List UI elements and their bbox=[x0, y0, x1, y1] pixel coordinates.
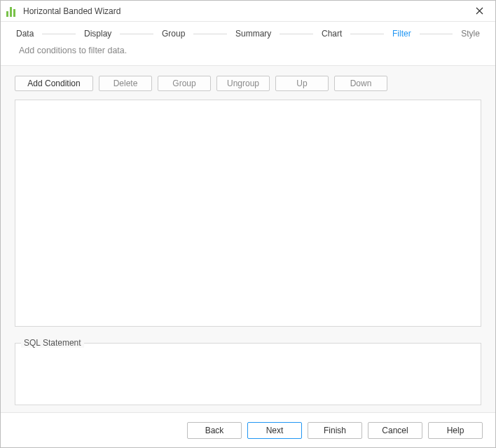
close-icon bbox=[476, 7, 483, 15]
step-chart[interactable]: Chart bbox=[320, 29, 343, 39]
wizard-window: Horizontal Banded Wizard Data Display Gr… bbox=[0, 0, 496, 448]
step-data[interactable]: Data bbox=[15, 29, 35, 39]
delete-button[interactable]: Delete bbox=[99, 76, 152, 91]
back-button[interactable]: Back bbox=[187, 422, 242, 439]
finish-button[interactable]: Finish bbox=[308, 422, 362, 439]
step-style[interactable]: Style bbox=[460, 29, 481, 39]
title-bar: Horizontal Banded Wizard bbox=[1, 1, 495, 22]
step-instruction: Add conditions to filter data. bbox=[1, 44, 495, 66]
step-separator bbox=[420, 34, 453, 34]
cancel-button[interactable]: Cancel bbox=[368, 422, 422, 439]
window-title: Horizontal Banded Wizard bbox=[23, 6, 120, 16]
step-separator bbox=[42, 34, 76, 34]
step-summary[interactable]: Summary bbox=[234, 29, 273, 39]
help-button[interactable]: Help bbox=[428, 422, 483, 439]
group-button[interactable]: Group bbox=[158, 76, 211, 91]
wizard-body: Add Condition Delete Group Ungroup Up Do… bbox=[1, 66, 495, 412]
step-separator bbox=[280, 34, 313, 34]
step-bar: Data Display Group Summary Chart Filter … bbox=[1, 22, 495, 44]
close-button[interactable] bbox=[467, 2, 491, 20]
conditions-panel[interactable] bbox=[15, 100, 481, 327]
step-display[interactable]: Display bbox=[83, 29, 113, 39]
step-filter[interactable]: Filter bbox=[391, 29, 413, 39]
next-button[interactable]: Next bbox=[247, 422, 302, 439]
sql-statement-group: SQL Statement bbox=[15, 338, 481, 405]
up-button[interactable]: Up bbox=[275, 76, 329, 91]
sql-statement-legend: SQL Statement bbox=[21, 338, 84, 348]
app-icon bbox=[6, 6, 18, 17]
wizard-footer: Back Next Finish Cancel Help bbox=[1, 412, 495, 447]
add-condition-button[interactable]: Add Condition bbox=[15, 76, 93, 91]
step-separator bbox=[193, 34, 227, 34]
down-button[interactable]: Down bbox=[334, 76, 387, 91]
ungroup-button[interactable]: Ungroup bbox=[216, 76, 270, 91]
filter-toolbar: Add Condition Delete Group Ungroup Up Do… bbox=[15, 76, 481, 91]
step-separator bbox=[120, 34, 153, 34]
step-group[interactable]: Group bbox=[160, 29, 186, 39]
step-separator bbox=[350, 34, 384, 34]
